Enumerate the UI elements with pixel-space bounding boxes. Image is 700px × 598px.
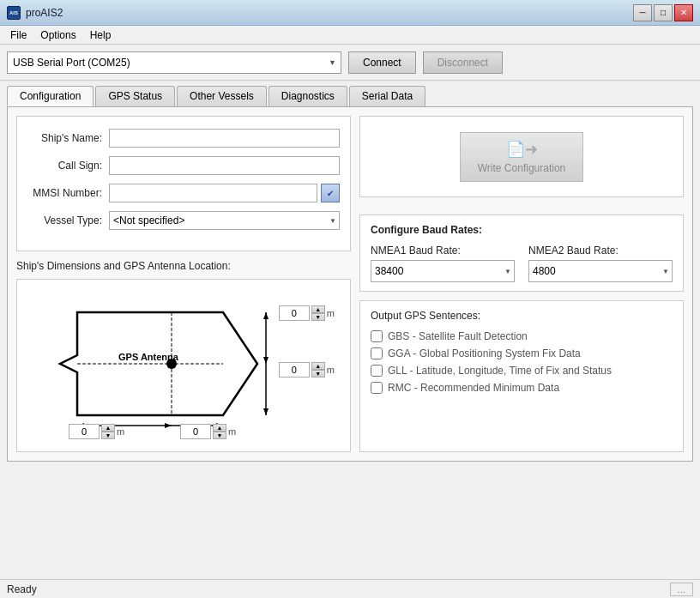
vessel-select-wrapper: <Not specified> bbox=[109, 211, 340, 230]
write-config-button[interactable]: 📄➜ Write Configuration bbox=[460, 132, 584, 182]
tab-serial-data[interactable]: Serial Data bbox=[349, 86, 425, 106]
close-button[interactable]: ✕ bbox=[674, 4, 693, 21]
nmea2-group: NMEA2 Baud Rate: 4800 bbox=[528, 245, 673, 282]
baud-title: Configure Baud Rates: bbox=[371, 224, 673, 236]
dimensions-section: GPS Antenna bbox=[16, 279, 351, 452]
tab-diagnostics[interactable]: Diagnostics bbox=[269, 86, 347, 106]
tab-configuration[interactable]: Configuration bbox=[7, 86, 94, 106]
maximize-button[interactable]: □ bbox=[654, 4, 673, 21]
checkbox-gbs-row: GBS - Satellite Fault Detection bbox=[371, 330, 673, 342]
menu-options[interactable]: Options bbox=[33, 27, 82, 43]
spinbox-bottom-right-down[interactable]: ▼ bbox=[213, 432, 226, 439]
nmea1-group: NMEA1 Baud Rate: 38400 bbox=[371, 245, 515, 282]
spinbox-top-down[interactable]: ▼ bbox=[311, 313, 325, 321]
spinbox-bottom-left: ▲ ▼ m bbox=[69, 424, 124, 439]
checkbox-gll-row: GLL - Latitude, Longitude, Time of Fix a… bbox=[371, 365, 673, 377]
ship-diagram: GPS Antenna bbox=[26, 288, 341, 443]
checkbox-gll-label: GLL - Latitude, Longitude, Time of Fix a… bbox=[388, 365, 612, 377]
checkbox-gga-row: GGA - Global Positioning System Fix Data bbox=[371, 347, 673, 359]
connect-button[interactable]: Connect bbox=[348, 51, 416, 74]
vessel-type-label: Vessel Type: bbox=[27, 214, 109, 227]
tab-other-vessels[interactable]: Other Vessels bbox=[177, 86, 267, 106]
spinbox-top-input[interactable] bbox=[279, 305, 310, 321]
spinbox-bottom-left-unit: m bbox=[117, 426, 124, 437]
nmea1-label: NMEA1 Baud Rate: bbox=[371, 245, 515, 257]
config-section: Ship's Name: Call Sign: MMSI Number: ✔ V… bbox=[16, 116, 351, 251]
ship-name-input[interactable] bbox=[109, 129, 340, 148]
checkbox-rmc-row: RMC - Recommended Minimum Data bbox=[371, 382, 673, 394]
checkbox-gbs[interactable] bbox=[371, 330, 383, 342]
checkbox-gga-label: GGA - Global Positioning System Fix Data bbox=[388, 347, 581, 359]
spinbox-bottom-left-down[interactable]: ▼ bbox=[101, 432, 115, 439]
disconnect-button[interactable]: Disconnect bbox=[423, 51, 503, 74]
mmsi-input[interactable] bbox=[109, 184, 317, 202]
ship-outline-svg: GPS Antenna bbox=[51, 295, 292, 432]
spinbox-bottom-right-input[interactable] bbox=[180, 424, 211, 439]
nmea2-select-wrapper: 4800 bbox=[528, 260, 673, 282]
app-icon: AIS bbox=[7, 6, 21, 20]
spinbox-right-up[interactable]: ▲ bbox=[311, 362, 325, 370]
checkbox-gbs-label: GBS - Satellite Fault Detection bbox=[388, 330, 528, 342]
title-bar: AIS proAIS2 ─ □ ✕ bbox=[0, 0, 700, 26]
port-select[interactable]: USB Serial Port (COM25) bbox=[7, 51, 341, 74]
svg-text:GPS Antenna: GPS Antenna bbox=[118, 352, 179, 362]
write-config-section: 📄➜ Write Configuration bbox=[359, 116, 684, 197]
port-select-wrapper: USB Serial Port (COM25) bbox=[7, 51, 341, 74]
svg-marker-6 bbox=[263, 312, 269, 319]
main-content: Configuration GPS Status Other Vessels D… bbox=[0, 81, 700, 467]
baud-row: NMEA1 Baud Rate: 38400 NMEA2 Baud Rate: … bbox=[371, 245, 673, 282]
toolbar: USB Serial Port (COM25) Connect Disconne… bbox=[0, 45, 700, 81]
checkbox-gll[interactable] bbox=[371, 365, 383, 377]
spinbox-bottom-right-unit: m bbox=[228, 426, 236, 437]
spinbox-right: ▲ ▼ m bbox=[279, 362, 335, 378]
window-controls: ─ □ ✕ bbox=[633, 4, 693, 21]
tab-content: Ship's Name: Call Sign: MMSI Number: ✔ V… bbox=[7, 107, 693, 462]
svg-marker-12 bbox=[165, 423, 172, 428]
nmea1-select[interactable]: 38400 bbox=[371, 260, 515, 282]
status-right: ... bbox=[670, 583, 693, 596]
spinbox-bottom-left-up[interactable]: ▲ bbox=[101, 424, 115, 432]
spinbox-top: ▲ ▼ m bbox=[279, 305, 335, 321]
app-icon-text: AIS bbox=[9, 10, 18, 15]
output-title: Output GPS Sentences: bbox=[371, 310, 673, 322]
menu-bar: File Options Help bbox=[0, 26, 700, 45]
call-sign-row: Call Sign: bbox=[27, 156, 340, 175]
left-panel: Ship's Name: Call Sign: MMSI Number: ✔ V… bbox=[16, 116, 351, 452]
svg-marker-7 bbox=[263, 357, 269, 364]
mmsi-row: MMSI Number: ✔ bbox=[27, 184, 340, 202]
nmea2-select[interactable]: 4800 bbox=[528, 260, 673, 282]
svg-marker-9 bbox=[263, 408, 269, 415]
baud-section: Configure Baud Rates: NMEA1 Baud Rate: 3… bbox=[359, 214, 684, 292]
ship-name-row: Ship's Name: bbox=[27, 129, 340, 148]
gps-output-section: Output GPS Sentences: GBS - Satellite Fa… bbox=[359, 300, 684, 452]
spinbox-top-unit: m bbox=[327, 308, 335, 318]
call-sign-input[interactable] bbox=[109, 156, 340, 175]
spinbox-right-input[interactable] bbox=[279, 362, 310, 378]
tabs-bar: Configuration GPS Status Other Vessels D… bbox=[7, 86, 693, 107]
dimensions-container: Ship's Dimensions and GPS Antenna Locati… bbox=[16, 260, 351, 452]
checkbox-rmc[interactable] bbox=[371, 382, 383, 394]
vessel-type-row: Vessel Type: <Not specified> bbox=[27, 211, 340, 230]
vessel-type-select[interactable]: <Not specified> bbox=[109, 211, 340, 230]
mmsi-label: MMSI Number: bbox=[27, 187, 109, 199]
mmsi-check-button[interactable]: ✔ bbox=[321, 184, 340, 202]
ship-name-label: Ship's Name: bbox=[27, 132, 109, 144]
spinbox-right-down[interactable]: ▼ bbox=[311, 370, 325, 378]
menu-file[interactable]: File bbox=[3, 27, 33, 43]
status-bar: Ready ... bbox=[0, 579, 700, 598]
write-config-icon: 📄➜ bbox=[506, 140, 538, 159]
checkbox-gga[interactable] bbox=[371, 347, 383, 359]
app-title: proAIS2 bbox=[26, 7, 63, 19]
status-text: Ready bbox=[7, 583, 37, 595]
spinbox-bottom-right: ▲ ▼ m bbox=[180, 424, 236, 439]
dimensions-title: Ship's Dimensions and GPS Antenna Locati… bbox=[16, 260, 351, 272]
nmea1-select-wrapper: 38400 bbox=[371, 260, 515, 282]
spinbox-bottom-right-up[interactable]: ▲ bbox=[213, 424, 226, 432]
tab-gps-status[interactable]: GPS Status bbox=[95, 86, 175, 106]
nmea2-label: NMEA2 Baud Rate: bbox=[528, 245, 673, 257]
call-sign-label: Call Sign: bbox=[27, 160, 109, 172]
spinbox-bottom-left-input[interactable] bbox=[69, 424, 100, 439]
menu-help[interactable]: Help bbox=[83, 27, 118, 43]
minimize-button[interactable]: ─ bbox=[633, 4, 652, 21]
spinbox-top-up[interactable]: ▲ bbox=[311, 305, 325, 313]
